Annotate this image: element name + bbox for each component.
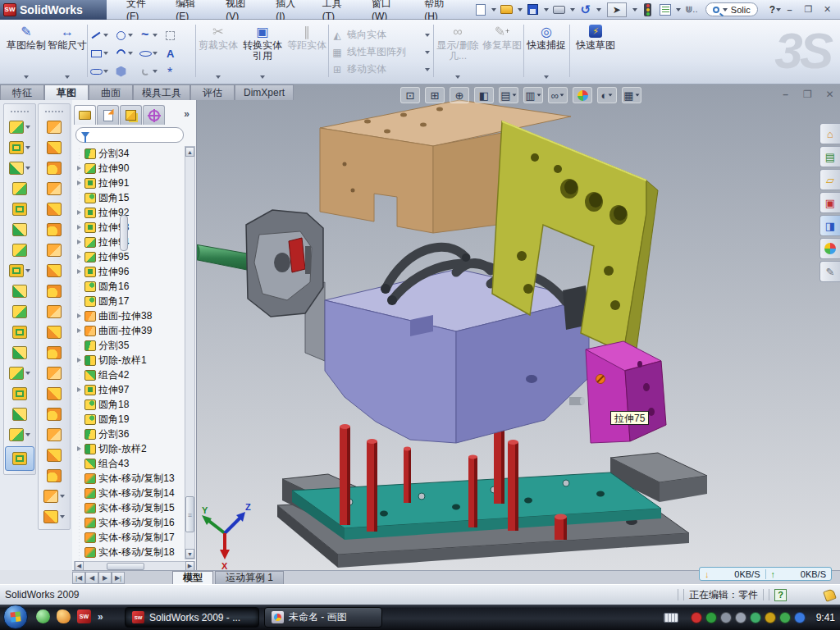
slot-button[interactable] xyxy=(90,62,115,80)
expand-icon[interactable] xyxy=(75,225,82,230)
sketch-fillet-button[interactable] xyxy=(139,62,164,80)
dropdown-icon[interactable] xyxy=(512,94,516,96)
model-tab[interactable]: 模型 xyxy=(172,571,213,584)
custom-properties-tab[interactable]: ✎ xyxy=(819,261,840,282)
expand-icon[interactable] xyxy=(75,313,82,318)
combine-button[interactable] xyxy=(6,323,34,341)
ruled-surface-button[interactable] xyxy=(40,303,68,321)
select-arrow-icon[interactable]: ➤ xyxy=(605,2,629,17)
tree-filter-input[interactable] xyxy=(75,127,184,143)
tree-item-18[interactable]: 圆角19 xyxy=(74,412,185,427)
smart-dimension-button[interactable]: ↔ 智能尺寸 xyxy=(48,23,87,79)
ribbon-list-button-0[interactable]: ◭镜向实体 xyxy=(331,26,430,43)
dropdown-icon[interactable] xyxy=(536,94,541,96)
messenger-icon[interactable] xyxy=(36,609,50,623)
expand-icon[interactable] xyxy=(75,254,82,259)
panel-splitter-handle[interactable] xyxy=(120,215,128,251)
solidworks-quicklaunch-icon[interactable]: SW xyxy=(77,609,91,623)
dropdown-icon[interactable] xyxy=(560,94,564,96)
move-copy-body-button[interactable] xyxy=(6,344,34,362)
extruded-surface-button[interactable] xyxy=(40,159,68,177)
options-icon[interactable] xyxy=(658,2,673,17)
expand-icon[interactable] xyxy=(75,387,82,392)
taskbar-button-paint[interactable]: 未命名 - 画图 xyxy=(264,607,382,628)
offset-entities-button[interactable]: ∥ 等距实体 xyxy=(287,23,326,79)
polygon-button[interactable] xyxy=(115,62,139,80)
hscroll-thumb[interactable] xyxy=(107,563,144,570)
update-badge-icon[interactable] xyxy=(720,612,732,623)
expand-icon[interactable] xyxy=(75,269,82,274)
fillet-button[interactable] xyxy=(6,159,34,177)
tree-item-9[interactable]: 圆角16 xyxy=(74,279,185,294)
ribbon-list-button-2[interactable]: ⊞移动实体 xyxy=(331,61,430,78)
search-dropdown-icon[interactable] xyxy=(723,8,728,11)
tree-item-17[interactable]: 圆角18 xyxy=(74,397,185,412)
chevron-more-icon[interactable]: » xyxy=(98,611,103,623)
apply-scene-button[interactable]: ◐ xyxy=(597,87,617,103)
propertymanager-tab[interactable] xyxy=(97,105,119,125)
search-input[interactable]: Solic xyxy=(705,2,758,16)
knit-surface-button[interactable] xyxy=(40,426,68,444)
dropdown-icon[interactable] xyxy=(25,167,30,170)
security-alert-icon[interactable] xyxy=(691,612,702,623)
sync-icon[interactable] xyxy=(750,612,761,623)
command-tab-1[interactable]: 草图 xyxy=(44,84,89,100)
last-tab-icon[interactable]: ▶| xyxy=(112,572,125,584)
display-style-button[interactable]: ▥ xyxy=(523,87,543,103)
magnify-button[interactable]: ⊕ xyxy=(450,87,469,103)
panel-overflow-button[interactable]: » xyxy=(184,108,189,120)
first-tab-icon[interactable]: |◀ xyxy=(72,572,85,584)
arc-button[interactable] xyxy=(115,44,139,62)
delete-face-button[interactable] xyxy=(40,323,68,341)
convert-entities-button[interactable]: ▣ 转换实体引用 xyxy=(241,23,284,79)
swept-surface-button[interactable] xyxy=(40,118,68,136)
tree-vertical-scrollbar[interactable]: ▲ ▼ xyxy=(185,146,195,559)
expand-icon[interactable] xyxy=(75,358,82,363)
hole-wizard-button[interactable] xyxy=(6,241,34,259)
print-icon[interactable] xyxy=(552,2,567,17)
dropdown-icon[interactable] xyxy=(153,52,158,55)
more-tools-icon[interactable]: ⋓.. xyxy=(684,2,699,17)
tree-item-22[interactable]: 实体-移动/复制13 xyxy=(74,471,185,486)
view-settings-button[interactable]: ▦ xyxy=(622,87,641,103)
expand-icon[interactable] xyxy=(75,210,82,215)
command-tab-5[interactable]: DimXpert xyxy=(235,84,294,100)
graphics-viewport[interactable]: Y Z X xyxy=(197,84,840,570)
extruded-boss-button[interactable] xyxy=(6,118,34,136)
next-tab-icon[interactable]: ▶ xyxy=(98,572,112,584)
reference-axis-button[interactable] xyxy=(6,405,34,423)
dropdown-icon[interactable] xyxy=(60,515,65,518)
scroll-up-icon[interactable]: ▲ xyxy=(185,147,194,157)
dropdown-icon[interactable] xyxy=(128,34,133,37)
antivirus-shield-icon[interactable] xyxy=(705,612,717,623)
trim-surface-button[interactable] xyxy=(40,405,68,423)
expand-icon[interactable] xyxy=(75,240,82,244)
tree-item-23[interactable]: 实体-移动/复制14 xyxy=(74,486,185,500)
section-view-button[interactable]: ◧ xyxy=(474,87,494,103)
trim-entities-button[interactable]: ✂ 剪裁实体 xyxy=(199,23,238,79)
zoom-area-button[interactable]: ⊞ xyxy=(425,87,445,103)
rebuild-traffic-light-icon[interactable] xyxy=(641,2,655,17)
network-warning-icon[interactable] xyxy=(765,612,776,623)
tree-item-21[interactable]: 组合43 xyxy=(74,456,185,471)
thicken-button[interactable] xyxy=(40,467,68,485)
split-button[interactable] xyxy=(6,303,34,321)
doc-restore-button[interactable]: ❐ xyxy=(800,88,815,100)
expand-icon[interactable] xyxy=(75,446,82,451)
surface-flatten-button[interactable] xyxy=(40,262,68,280)
expand-icon[interactable] xyxy=(75,328,82,333)
replace-face-button[interactable] xyxy=(40,344,68,362)
dropdown-icon[interactable] xyxy=(153,70,158,73)
line-button[interactable] xyxy=(90,26,115,44)
dropdown-icon[interactable] xyxy=(153,34,158,37)
view-orientation-button[interactable]: ▤ xyxy=(499,87,518,103)
sketch-button[interactable]: ✎ 草图绘制 xyxy=(7,23,46,79)
configurationmanager-tab[interactable] xyxy=(120,105,142,125)
quick-snaps-button[interactable]: ◎ 快速捕捉 xyxy=(527,23,566,79)
doc-close-button[interactable]: ✕ xyxy=(822,88,838,100)
tree-item-4[interactable]: 拉伸92 xyxy=(74,205,185,220)
lofted-boss-button[interactable] xyxy=(6,180,34,198)
rectangle-button[interactable] xyxy=(90,44,115,62)
keyboard-icon[interactable] xyxy=(664,613,678,623)
dropdown-icon[interactable] xyxy=(25,269,30,272)
